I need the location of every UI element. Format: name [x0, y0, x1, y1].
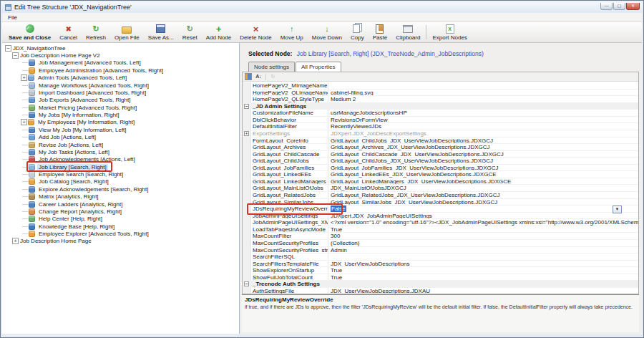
property-value[interactable]: [328, 82, 638, 89]
expand-icon[interactable]: +: [21, 74, 27, 81]
cancel-button[interactable]: Cancel: [55, 22, 82, 42]
tree-item-my-employees[interactable]: +My Employees [My Information, Right]: [2, 119, 239, 126]
property-value[interactable]: GridLayout_SimilarJobs_JDX_UserViewJobDe…: [328, 199, 638, 206]
tree-item-employee-search[interactable]: Employee Search [Search, Right]: [2, 170, 239, 178]
property-row-searchfiltersql[interactable]: SearchFilterSQL: [243, 254, 638, 261]
collapse-icon[interactable]: −: [244, 104, 249, 109]
tree-item-manage-workflows[interactable]: Manage Workflows [Advanced Tools, Right]: [2, 82, 239, 89]
collapse-icon[interactable]: −: [12, 52, 19, 59]
tree-item-job-exports[interactable]: Job Exports [Advanced Tools, Right]: [2, 97, 239, 104]
property-row-homepagev2-qlstyletype[interactable]: HomePageV2_QLStyleTypeMedium 2: [243, 96, 638, 103]
tab-all-properties[interactable]: All Properties: [296, 62, 341, 72]
tree-item-job-description-home-page[interactable]: +Job Description Home Page: [2, 238, 239, 245]
property-value[interactable]: JDX_UserViewJobDescriptions.JDXAU: [328, 288, 638, 294]
property-value[interactable]: True: [328, 274, 638, 281]
property-pages-icon[interactable]: [269, 73, 277, 80]
tab-node-settings[interactable]: Node settings: [248, 62, 295, 72]
tree-item-job-catalog[interactable]: Job Catalog [Search, Right]: [2, 178, 239, 185]
delete-node-button[interactable]: Delete Node: [235, 22, 275, 42]
property-value[interactable]: True: [328, 267, 638, 274]
property-value[interactable]: GridLayout_LinkedEEs_JDX_UserViewJobDesc…: [328, 171, 638, 178]
property-value[interactable]: cabinet-filing.svg: [328, 90, 638, 96]
property-row-exportsettings[interactable]: +ExportSettingsJDXpert.JDX_JobDescExport…: [243, 130, 638, 137]
close-button[interactable]: ✕: [626, 3, 640, 10]
expand-icon[interactable]: +: [244, 131, 249, 136]
tree-item-view-my-job[interactable]: View My Job [My Information, Left]: [2, 126, 239, 133]
property-value[interactable]: [328, 254, 638, 260]
value-dropdown-button[interactable]: ▼: [613, 206, 622, 213]
tree-item-my-job-tasks[interactable]: My Job Tasks [Actions, Left]: [2, 148, 239, 155]
property-row-gridlayout-relatedjobs[interactable]: GridLayout_RelatedJobsGridLayout_Related…: [243, 192, 638, 199]
property-row-gridlayout-linkedmanagers[interactable]: GridLayout_LinkedManagersGridLayout_Link…: [243, 178, 638, 185]
tree-item-career-ladders[interactable]: Career Ladders [Analytics, Right]: [2, 201, 239, 208]
property-value[interactable]: JDX_UserViewJobDescriptions: [328, 261, 638, 267]
selected-property-value[interactable]: False: [331, 206, 346, 212]
tree-item-job-description-home-page-v2[interactable]: −Job Description Home Page V2: [2, 52, 239, 59]
property-value[interactable]: GridLayout_ChildJobs_JDX_UserViewJobDesc…: [328, 158, 638, 164]
tree-item-employee-explorer[interactable]: Employee Explorer [Advanced Tools, Right…: [2, 230, 239, 237]
property-row-gridlayout-childjobs[interactable]: GridLayout_ChildJobsGridLayout_ChildJobs…: [243, 158, 638, 165]
category-row-jd-admin-settings[interactable]: −_JD Admin Settings: [243, 103, 638, 110]
tree-item-admin-tools[interactable]: +Admin Tools [Advanced Tools, Left]: [2, 74, 239, 82]
property-row-customizationfilename[interactable]: CustomizationFileNameusrManageJobdescrip…: [243, 110, 638, 117]
collapse-icon[interactable]: −: [244, 281, 249, 286]
property-row-searchfilterstemplatefile[interactable]: SearchFiltersTemplateFileJDX_UserViewJob…: [243, 261, 638, 268]
property-value[interactable]: Medium 2: [328, 96, 638, 102]
maximize-button[interactable]: ▢: [613, 3, 625, 10]
property-row-formlayout-coreinfo[interactable]: FormLayout_CoreInfoGridLayout_ChildJobs_…: [243, 137, 638, 145]
menu-file[interactable]: File: [2, 14, 23, 21]
property-row-jobadminpageuisettings-xml[interactable]: JobAdminPageUISettings_XML<?xml version=…: [243, 219, 638, 226]
property-row-gridlayout-linkedees[interactable]: GridLayout_LinkedEEsGridLayout_LinkedEEs…: [243, 171, 638, 178]
property-value[interactable]: Admin: [328, 247, 638, 254]
property-row-showfulljobtotalcount[interactable]: ShowFullJobTotalCountTrue: [243, 274, 638, 281]
property-row-defaultinitialfilter[interactable]: DefaultInitialFilterRecentlyViewedJDs: [243, 123, 638, 130]
property-row-maxcountsecurityprofiles[interactable]: MaxCountSecurityProfiles(Collection): [243, 240, 638, 247]
tree-item-jdx-navigationtree[interactable]: −JDX_NavigationTree: [2, 44, 239, 52]
property-row-dblclickbehavior[interactable]: DblClickBehaviorRevisionsOrFormView: [243, 117, 638, 124]
tree-item-knowledge-base[interactable]: Knowledge Base [Help, Right]: [2, 223, 239, 230]
property-value[interactable]: GridLayout_JobFamilies_JDX_UserViewJobDe…: [328, 165, 638, 171]
category-row-treenode-auth-settings[interactable]: −_Treenode Auth Settings: [243, 281, 638, 288]
copy-button[interactable]: Copy: [346, 22, 369, 42]
property-row-showexploreronstartup[interactable]: ShowExplorerOnStartupTrue: [243, 267, 638, 274]
tree-item-matrix[interactable]: Matrix [Analytics, Right]: [2, 193, 239, 201]
property-value[interactable]: JDXpert.JDX_JobDescExportSettings: [328, 130, 638, 137]
property-row-gridlayout-jobfamilies[interactable]: GridLayout_JobFamiliesGridLayout_JobFami…: [243, 165, 638, 172]
property-value[interactable]: GridLayout_ChildCascade_JDX_UserViewJobD…: [328, 151, 638, 158]
property-value[interactable]: 300: [328, 233, 638, 239]
add-node-button[interactable]: Add Node: [202, 22, 236, 42]
save-as-button[interactable]: Save As...: [144, 22, 178, 42]
refresh-button[interactable]: Refresh: [82, 22, 110, 42]
property-value[interactable]: GridLayout_RelatedJobs_JDX_UserViewJobDe…: [328, 192, 638, 198]
save-and-close-button[interactable]: Save and Close: [4, 22, 55, 42]
property-value[interactable]: <?xml version="1.0" encoding="utf-16"?><…: [328, 219, 638, 226]
tree-item-revise-job[interactable]: Revise Job [Actions, Left]: [2, 141, 239, 148]
property-value[interactable]: GridLayout_LinkedManagers_JDX_UserViewJo…: [328, 178, 638, 185]
export-nodes-button[interactable]: Export Nodes: [428, 22, 471, 42]
paste-button[interactable]: Paste: [369, 22, 391, 42]
tree-item-employee-administration[interactable]: Employee Administration [Advanced Tools,…: [2, 67, 239, 74]
tree-item-job-acknowledgements[interactable]: Job Acknowledgements [Actions, Left]: [2, 156, 239, 163]
property-row-gridlayout-childcascade[interactable]: GridLayout_ChildCascadeGridLayout_ChildC…: [243, 151, 638, 158]
property-row-authsettingsfile[interactable]: AuthSettingsFileJDX_UserViewJobDescripti…: [243, 288, 638, 294]
categorized-icon[interactable]: [245, 73, 252, 80]
tree-item-job-library[interactable]: Job Library [Search, Right]: [2, 163, 239, 170]
property-row-loadtabpagesinasyncmode[interactable]: LoadTabPagesInAsyncModeTrue: [243, 226, 638, 233]
property-row-gridlayout-mainlistofjobs[interactable]: GridLayout_MainListOfJobsJDX_MainListOfJ…: [243, 185, 638, 192]
move-down-button[interactable]: Move Down: [308, 22, 346, 42]
property-row-gridlayout-archives[interactable]: GridLayout_ArchivesGridLayout_Archives_J…: [243, 144, 638, 151]
property-row-jdsrequiringmyreviewoverride[interactable]: JDsRequiringMyReviewOverrideFalse: [243, 206, 638, 213]
property-value[interactable]: RecentlyViewedJDs: [328, 123, 638, 130]
property-value[interactable]: False: [328, 206, 638, 212]
property-value[interactable]: JDXpert.JDX_JobAdminPageUISettings: [328, 213, 638, 219]
tree-item-market-pricing[interactable]: Market Pricing [Advanced Tools, Right]: [2, 104, 239, 111]
property-row-homepagev2-qlimagename[interactable]: HomePageV2_QLImageNamecabinet-filing.svg: [243, 90, 638, 97]
tree-item-change-report[interactable]: Change Report [Analytics, Right]: [2, 208, 239, 215]
tree-item-my-jobs[interactable]: My Jobs [My Information, Right]: [2, 111, 239, 118]
tree-item-import-dashboard[interactable]: Import Dashboard [Advanced Tools, Right]: [2, 89, 239, 96]
property-value[interactable]: RevisionsOrFormView: [328, 117, 638, 123]
property-row-jobadminpageuisettings[interactable]: JobAdminPageUISettingsJDXpert.JDX_JobAdm…: [243, 213, 638, 220]
property-row-maxcountsecurityprofiles-string[interactable]: MaxCountSecurityProfiles_stringAdmin: [243, 247, 638, 254]
tree-item-add-job[interactable]: Add Job [Actions, Left]: [2, 134, 239, 141]
tree-item-help-center[interactable]: Help Center [Help, Right]: [2, 216, 239, 223]
